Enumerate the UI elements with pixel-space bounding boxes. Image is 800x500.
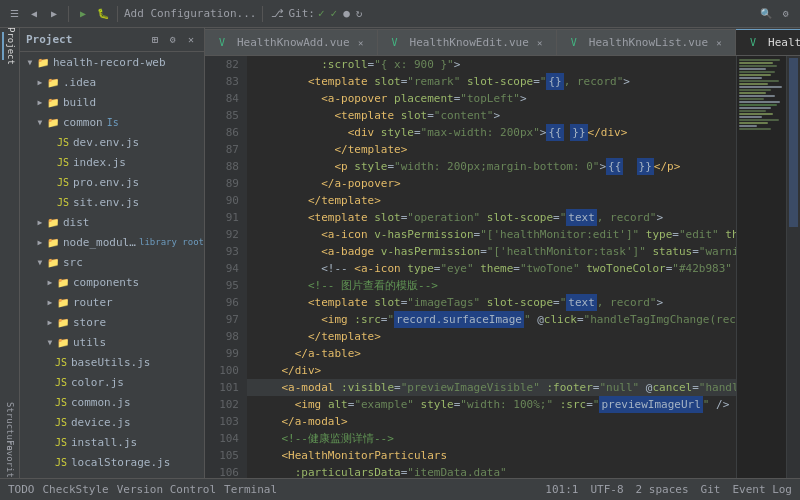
tree-baseutils[interactable]: JS baseUtils.js bbox=[20, 352, 204, 372]
router-icon: 📁 bbox=[56, 295, 70, 309]
code-line-92: <a-icon v-hasPermission="['healthMonitor… bbox=[247, 226, 736, 243]
device-icon: JS bbox=[54, 415, 68, 429]
tab-healthknowadd[interactable]: V HealthKnowAdd.vue ✕ bbox=[205, 29, 378, 55]
tree-common[interactable]: ▼ 📁 common Is bbox=[20, 112, 204, 132]
pro-env-label: pro.env.js bbox=[73, 176, 139, 189]
debug-icon[interactable]: 🐛 bbox=[95, 6, 111, 22]
code-line-101: <a-modal :visible="previewImageVisible" … bbox=[247, 379, 736, 396]
code-line-106: :particularsData="itemData.data" bbox=[247, 464, 736, 478]
code-line-83: <template slot="remark" slot-scope="{}, … bbox=[247, 73, 736, 90]
tab-healthknowedit-close[interactable]: ✕ bbox=[534, 37, 546, 49]
add-config-label[interactable]: Add Configuration... bbox=[124, 7, 256, 20]
code-line-96: <template slot="imageTags" slot-scope="t… bbox=[247, 294, 736, 311]
tree-localstorage[interactable]: JS localStorage.js bbox=[20, 452, 204, 472]
code-line-87: </template> bbox=[247, 141, 736, 158]
activity-favorites[interactable]: Favorites bbox=[2, 450, 18, 478]
git-icon: ⎇ bbox=[271, 7, 284, 20]
tree-src[interactable]: ▼ 📁 src bbox=[20, 252, 204, 272]
store-icon: 📁 bbox=[56, 315, 70, 329]
tab-healthknowlist-icon: V bbox=[567, 36, 581, 50]
pro-env-arrow bbox=[44, 176, 56, 188]
tree-pro-env[interactable]: JS pro.env.js bbox=[20, 172, 204, 192]
terminal-status[interactable]: Terminal bbox=[224, 483, 277, 496]
back-icon[interactable]: ◀ bbox=[26, 6, 42, 22]
code-line-86: <div style="max-width: 200px">{{ }}</div… bbox=[247, 124, 736, 141]
tab-healthmonitorlist-label: HealthMonitorList.vue bbox=[768, 36, 800, 49]
idea-label: .idea bbox=[63, 76, 96, 89]
node-modules-label: node_modules bbox=[63, 236, 136, 249]
idea-arrow: ▶ bbox=[34, 76, 46, 88]
sidebar-title: Project bbox=[26, 33, 72, 46]
activity-project[interactable]: Project bbox=[2, 32, 18, 60]
tab-healthknowlist[interactable]: V HealthKnowList.vue ✕ bbox=[557, 29, 736, 55]
common-js-label: common.js bbox=[71, 396, 131, 409]
tab-healthknowadd-close[interactable]: ✕ bbox=[355, 37, 367, 49]
idea-folder-icon: 📁 bbox=[46, 75, 60, 89]
todo-status[interactable]: TODO bbox=[8, 483, 35, 496]
activity-structure[interactable]: Structure bbox=[2, 412, 18, 440]
status-bar: TODO CheckStyle Version Control Terminal… bbox=[0, 478, 800, 500]
status-right: 101:1 UTF-8 2 spaces Git Event Log bbox=[545, 483, 792, 496]
utils-icon: 📁 bbox=[56, 335, 70, 349]
tree-router[interactable]: ▶ 📁 router bbox=[20, 292, 204, 312]
tree-idea[interactable]: ▶ 📁 .idea bbox=[20, 72, 204, 92]
tree-install[interactable]: JS install.js bbox=[20, 432, 204, 452]
git-checkmark-green: ✓ bbox=[318, 7, 325, 20]
version-control-status[interactable]: Version Control bbox=[117, 483, 216, 496]
toolbar-separator-2 bbox=[117, 6, 118, 22]
utils-label: utils bbox=[73, 336, 106, 349]
components-label: components bbox=[73, 276, 139, 289]
search-icon[interactable]: 🔍 bbox=[758, 6, 774, 22]
main-toolbar: ☰ ◀ ▶ ▶ 🐛 Add Configuration... ⎇ Git: ✓ … bbox=[0, 0, 800, 28]
tree-node-modules[interactable]: ▶ 📁 node_modules library root bbox=[20, 232, 204, 252]
collapse-all-icon[interactable]: ⊞ bbox=[148, 33, 162, 47]
tree-build[interactable]: ▶ 📁 build bbox=[20, 92, 204, 112]
git-section: ⎇ Git: ✓ ✓ ● ↻ bbox=[271, 7, 365, 20]
code-editor[interactable]: :scroll="{ x: 900 }"> <template slot="re… bbox=[247, 56, 736, 478]
cursor-position[interactable]: 101:1 bbox=[545, 483, 578, 496]
activity-bar: Project Structure Favorites bbox=[0, 28, 20, 478]
dev-env-label: dev.env.js bbox=[73, 136, 139, 149]
tree-root[interactable]: ▼ 📁 health-record-web bbox=[20, 52, 204, 72]
tree-color[interactable]: JS color.js bbox=[20, 372, 204, 392]
common-arrow: ▼ bbox=[34, 116, 46, 128]
install-icon: JS bbox=[54, 435, 68, 449]
menu-icon[interactable]: ☰ bbox=[6, 6, 22, 22]
common-root-badge: Is bbox=[107, 117, 119, 128]
forward-icon[interactable]: ▶ bbox=[46, 6, 62, 22]
event-log-status[interactable]: Event Log bbox=[732, 483, 792, 496]
settings-icon[interactable]: ⚙ bbox=[778, 6, 794, 22]
tree-store[interactable]: ▶ 📁 store bbox=[20, 312, 204, 332]
run-icon[interactable]: ▶ bbox=[75, 6, 91, 22]
tab-healthknowlist-close[interactable]: ✕ bbox=[713, 37, 725, 49]
indent-status[interactable]: 2 spaces bbox=[636, 483, 689, 496]
common-folder-icon: 📁 bbox=[46, 115, 60, 129]
code-line-89: </a-popover> bbox=[247, 175, 736, 192]
build-label: build bbox=[63, 96, 96, 109]
tab-healthmonitorlist[interactable]: V HealthMonitorList.vue ✕ bbox=[736, 29, 800, 55]
encoding-status[interactable]: UTF-8 bbox=[590, 483, 623, 496]
checkstyle-status[interactable]: CheckStyle bbox=[43, 483, 109, 496]
tab-healthknowadd-icon: V bbox=[215, 36, 229, 50]
sit-env-arrow bbox=[44, 196, 56, 208]
tree-sit-env[interactable]: JS sit.env.js bbox=[20, 192, 204, 212]
tree-device[interactable]: JS device.js bbox=[20, 412, 204, 432]
gear-icon[interactable]: ⚙ bbox=[166, 33, 180, 47]
tree-dist[interactable]: ▶ 📁 dist bbox=[20, 212, 204, 232]
code-line-90: </template> bbox=[247, 192, 736, 209]
git-status[interactable]: Git bbox=[701, 483, 721, 496]
tree-dev-env[interactable]: JS dev.env.js bbox=[20, 132, 204, 152]
main-layout: Project Structure Favorites Project ⊞ ⚙ … bbox=[0, 28, 800, 478]
color-label: color.js bbox=[71, 376, 124, 389]
tree-utils[interactable]: ▼ 📁 utils bbox=[20, 332, 204, 352]
src-arrow: ▼ bbox=[34, 256, 46, 268]
editor-tabs: V HealthKnowAdd.vue ✕ V HealthKnowEdit.v… bbox=[205, 28, 800, 56]
git-refresh[interactable]: ↻ bbox=[356, 7, 363, 20]
tree-common-js[interactable]: JS common.js bbox=[20, 392, 204, 412]
tree-components[interactable]: ▶ 📁 components bbox=[20, 272, 204, 292]
close-sidebar-icon[interactable]: ✕ bbox=[184, 33, 198, 47]
tab-healthknowedit-icon: V bbox=[388, 36, 402, 50]
build-arrow: ▶ bbox=[34, 96, 46, 108]
tab-healthknowedit[interactable]: V HealthKnowEdit.vue ✕ bbox=[378, 29, 557, 55]
tree-index-js[interactable]: JS index.js bbox=[20, 152, 204, 172]
